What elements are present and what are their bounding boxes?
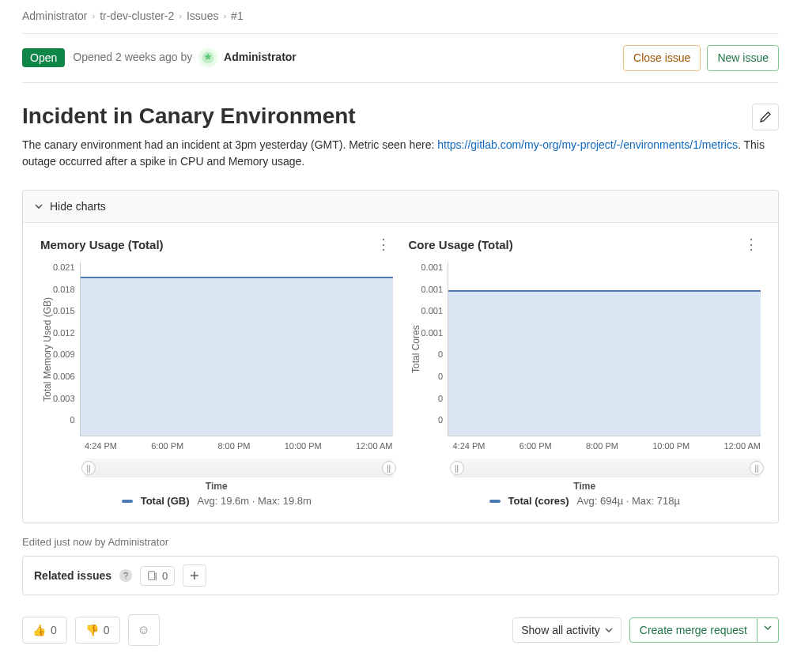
brush-handle-right[interactable]: || — [382, 461, 396, 475]
y-axis-label: Total Cores — [409, 262, 421, 436]
add-reaction-button[interactable]: ☺ — [128, 614, 160, 646]
chart-legend: Total (cores) Avg: 694µ · Max: 718µ — [409, 495, 761, 507]
time-brush[interactable]: || || — [85, 459, 393, 478]
plus-icon — [189, 570, 200, 581]
issue-icon — [147, 570, 158, 581]
legend-series-name: Total (cores) — [508, 495, 569, 507]
breadcrumb: Administrator › tr-dev-cluster-2 › Issue… — [22, 0, 779, 34]
thumbs-up-icon: 👍 — [32, 624, 46, 636]
y-axis-ticks: 0.0210.0180.0150.0120.0090.0060.0030 — [53, 262, 80, 425]
y-axis-label: Total Memory Used (GB) — [40, 262, 53, 436]
chevron-down-icon — [764, 624, 772, 632]
crumb-admin[interactable]: Administrator — [22, 9, 87, 22]
legend-stats: Avg: 19.6m · Max: 19.8m — [198, 495, 312, 507]
plot-area[interactable] — [80, 262, 393, 436]
chart-menu-button[interactable]: ⋮ — [374, 237, 393, 251]
plot-area[interactable] — [448, 262, 761, 436]
help-icon[interactable]: ? — [119, 569, 132, 582]
activity-filter-dropdown[interactable]: Show all activity — [512, 617, 622, 643]
x-axis-label: Time — [409, 481, 761, 492]
create-merge-request-dropdown[interactable] — [758, 617, 779, 643]
issue-header: Open Opened 2 weeks ago by Administrator… — [22, 34, 779, 83]
x-axis-ticks: 4:24 PM6:00 PM8:00 PM10:00 PM12:00 AM — [453, 441, 761, 451]
brush-handle-right[interactable]: || — [750, 461, 764, 475]
brush-handle-left[interactable]: || — [81, 461, 96, 475]
add-related-issue-button[interactable] — [183, 564, 206, 587]
chart-legend: Total (GB) Avg: 19.6m · Max: 19.8m — [40, 495, 393, 507]
legend-stats: Avg: 694µ · Max: 718µ — [577, 495, 680, 507]
crumb-issues[interactable]: Issues — [187, 9, 218, 22]
edit-title-button[interactable] — [752, 104, 779, 130]
issue-description: The canary environment had an incident a… — [22, 137, 779, 183]
hide-charts-toggle[interactable]: Hide charts — [23, 191, 778, 223]
avatar[interactable] — [198, 48, 217, 67]
chart-title: Core Usage (Total) — [409, 238, 742, 251]
chart-card: Memory Usage (Total) ⋮ Total Memory Used… — [40, 237, 393, 507]
related-issues-label: Related issues — [34, 569, 111, 582]
pencil-icon — [759, 111, 772, 123]
create-merge-request-button[interactable]: Create merge request — [629, 617, 758, 643]
y-axis-ticks: 0.0010.0010.0010.0010000 — [421, 262, 448, 425]
status-badge: Open — [22, 48, 65, 67]
thumbs-up-button[interactable]: 👍 0 — [22, 617, 67, 644]
chevron-right-icon: › — [92, 11, 95, 21]
thumbs-down-button[interactable]: 👎 0 — [75, 617, 120, 644]
chart-menu-button[interactable]: ⋮ — [742, 237, 761, 251]
thumbs-down-icon: 👎 — [85, 624, 99, 636]
brush-handle-left[interactable]: || — [450, 461, 464, 475]
chevron-right-icon: › — [223, 11, 226, 21]
x-axis-label: Time — [40, 481, 393, 492]
svg-rect-1 — [149, 572, 155, 580]
crumb-issue-id[interactable]: #1 — [231, 9, 244, 22]
opened-text: Opened 2 weeks ago by Administrator — [73, 48, 297, 67]
chevron-down-icon — [34, 202, 43, 211]
charts-panel: Hide charts Memory Usage (Total) ⋮ Total… — [22, 190, 779, 523]
chart-card: Core Usage (Total) ⋮ Total Cores 0.0010.… — [409, 237, 761, 507]
time-brush[interactable]: || || — [453, 459, 761, 478]
smiley-icon: ☺ — [137, 623, 149, 637]
author-name[interactable]: Administrator — [224, 51, 297, 63]
related-issues-count: 0 — [140, 566, 175, 586]
legend-swatch — [122, 500, 133, 503]
new-issue-button[interactable]: New issue — [707, 45, 779, 71]
chart-title: Memory Usage (Total) — [40, 238, 374, 251]
edited-by-text: Edited just now by Administrator — [22, 536, 779, 548]
legend-swatch — [489, 500, 501, 503]
close-issue-button[interactable]: Close issue — [623, 45, 701, 71]
chevron-down-icon — [605, 626, 613, 634]
x-axis-ticks: 4:24 PM6:00 PM8:00 PM10:00 PM12:00 AM — [85, 441, 393, 451]
legend-series-name: Total (GB) — [141, 495, 190, 507]
chevron-right-icon: › — [179, 11, 182, 21]
issue-footer: 👍 0 👎 0 ☺ Show all activity Create merge… — [22, 614, 779, 646]
page-title: Incident in Canary Environment — [22, 104, 752, 129]
crumb-project[interactable]: tr-dev-cluster-2 — [100, 9, 174, 22]
metrics-link[interactable]: https://gitlab.com/my-org/my-project/-/e… — [437, 138, 738, 151]
related-issues-panel: Related issues ? 0 — [22, 556, 779, 595]
